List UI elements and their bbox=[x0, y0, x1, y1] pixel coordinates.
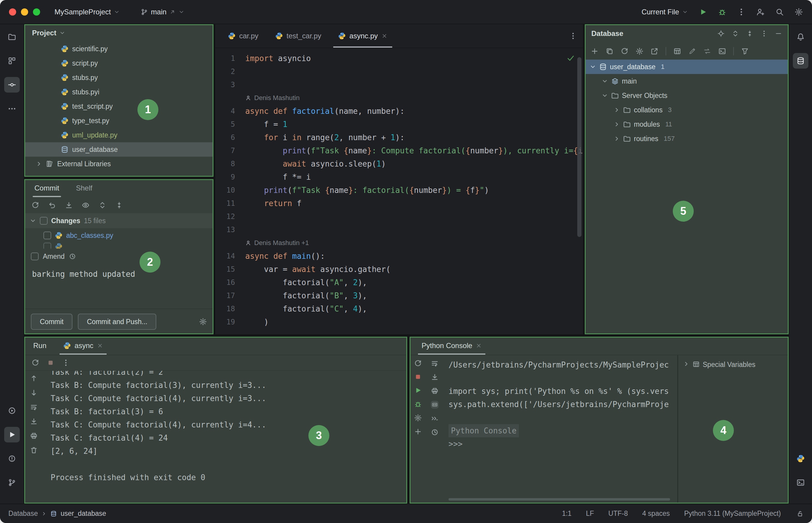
code-line[interactable]: 10 print(f"Task {name}: factorial({numbe… bbox=[215, 184, 583, 197]
run-configuration-selector[interactable]: Current File bbox=[642, 8, 688, 16]
editor-scrollbar[interactable] bbox=[577, 57, 582, 237]
db-node-server-objects[interactable]: Server Objects bbox=[585, 88, 789, 103]
project-item-stubs-py[interactable]: stubs.py bbox=[24, 70, 214, 85]
db-node-collations[interactable]: collations3 bbox=[585, 103, 789, 117]
database-tool-button[interactable] bbox=[793, 53, 808, 69]
filter-icon[interactable] bbox=[741, 47, 749, 55]
services-tool-button[interactable] bbox=[4, 403, 20, 418]
minimize-window-button[interactable] bbox=[21, 8, 28, 16]
history-icon[interactable] bbox=[431, 428, 439, 436]
db-node-modules[interactable]: modules11 bbox=[585, 117, 789, 131]
project-item-test_script-py[interactable]: test_script.py bbox=[24, 99, 214, 113]
hide-panel-icon[interactable] bbox=[775, 30, 782, 37]
code-editor[interactable]: 1import asyncio23Denis Mashutin4async de… bbox=[215, 48, 583, 334]
code-line[interactable]: 16 factorial("A", 2), bbox=[215, 276, 583, 289]
project-item-uml_update-py[interactable]: uml_update.py bbox=[24, 128, 214, 142]
commit-button[interactable]: Commit bbox=[31, 313, 72, 330]
code-line[interactable]: 19 ) bbox=[215, 315, 583, 329]
collapse-all-icon[interactable] bbox=[746, 30, 753, 37]
shelve-icon[interactable] bbox=[65, 201, 73, 209]
project-item-stubs-pyi[interactable]: stubs.pyi bbox=[24, 85, 214, 99]
commit-and-push-button[interactable]: Commit and Push... bbox=[78, 313, 156, 330]
edit-icon[interactable] bbox=[688, 47, 696, 55]
code-line[interactable]: 4async def factorial(name, number): bbox=[215, 105, 583, 118]
scroll-to-end-icon[interactable] bbox=[431, 373, 439, 381]
attach-debugger-icon[interactable] bbox=[414, 400, 422, 408]
next-occurrence-icon[interactable] bbox=[30, 389, 38, 397]
code-line[interactable]: 6 for i in range(2, number + 1): bbox=[215, 131, 583, 144]
tab-commit[interactable]: Commit bbox=[33, 179, 61, 197]
run-tool-button[interactable] bbox=[4, 427, 20, 443]
code-line[interactable]: 11 return f bbox=[215, 197, 583, 210]
editor-tab-options-icon[interactable] bbox=[569, 32, 577, 40]
structure-tool-button[interactable] bbox=[4, 53, 20, 69]
python-packages-tool-button[interactable] bbox=[793, 451, 808, 466]
status-item[interactable]: LF bbox=[586, 509, 594, 518]
changes-checkbox[interactable] bbox=[40, 217, 48, 225]
run-output[interactable]: Task A: factorial(2) = 2Task B: Compute … bbox=[43, 371, 407, 504]
prev-occurrence-icon[interactable] bbox=[30, 375, 38, 382]
rerun-icon[interactable] bbox=[32, 359, 39, 367]
scroll-to-end-icon[interactable] bbox=[30, 418, 38, 425]
code-line[interactable]: 14async def main(): bbox=[215, 250, 583, 263]
debug-button[interactable] bbox=[718, 8, 726, 16]
duplicate-icon[interactable] bbox=[606, 47, 613, 55]
status-item[interactable]: Python 3.11 (MySampleProject) bbox=[684, 509, 781, 518]
changes-group-row[interactable]: Changes 15 files bbox=[24, 213, 214, 228]
breadcrumb-database[interactable]: Database bbox=[8, 509, 38, 518]
code-line[interactable]: 7 print(f"Task {name}: Compute factorial… bbox=[215, 144, 583, 157]
more-actions-icon[interactable] bbox=[737, 8, 745, 16]
db-node-user_database[interactable]: user_database1 bbox=[585, 60, 789, 74]
breadcrumb-user-database[interactable]: user_database bbox=[60, 509, 106, 518]
data-source-settings-icon[interactable] bbox=[635, 47, 643, 55]
commit-message-input[interactable]: barking method updated bbox=[24, 264, 214, 308]
console-prompt[interactable]: >>> bbox=[448, 437, 677, 451]
code-line[interactable]: 17 factorial("B", 3), bbox=[215, 289, 583, 302]
more-options-icon[interactable] bbox=[62, 359, 70, 367]
query-console-icon[interactable] bbox=[718, 47, 726, 55]
terminal-tool-button[interactable] bbox=[793, 475, 808, 490]
submit-changes-icon[interactable] bbox=[703, 47, 711, 55]
amend-row[interactable]: Amend bbox=[24, 249, 214, 264]
commit-tool-button[interactable] bbox=[4, 77, 20, 93]
tab-shelf[interactable]: Shelf bbox=[74, 179, 94, 197]
console-output[interactable]: /Users/jetbrains/PycharmProjects/MySampl… bbox=[443, 355, 677, 504]
editor-tab-async-py[interactable]: async.py bbox=[330, 24, 396, 48]
status-item[interactable]: 4 spaces bbox=[642, 509, 670, 518]
soft-wrap-icon[interactable] bbox=[30, 403, 38, 411]
preview-diff-icon[interactable] bbox=[82, 201, 90, 209]
rollback-icon[interactable] bbox=[48, 201, 56, 209]
code-line[interactable]: 9 f *= i bbox=[215, 170, 583, 184]
more-tool-windows-button[interactable] bbox=[4, 101, 20, 116]
project-item-user_database[interactable]: user_database bbox=[24, 142, 214, 157]
code-line[interactable]: 1import asyncio bbox=[215, 52, 583, 65]
clear-output-icon[interactable] bbox=[30, 446, 38, 454]
code-line[interactable]: 2 bbox=[215, 65, 583, 78]
project-tool-button[interactable] bbox=[4, 29, 20, 44]
code-line[interactable]: 8 await asyncio.sleep(1) bbox=[215, 157, 583, 170]
close-tab-icon[interactable] bbox=[97, 343, 103, 349]
stop-icon[interactable] bbox=[47, 359, 54, 366]
commit-file-row[interactable]: abc_classes.py bbox=[24, 228, 214, 242]
run-tab-async[interactable]: async bbox=[60, 337, 107, 355]
options-kebab-icon[interactable] bbox=[760, 30, 768, 37]
show-prompt-icon[interactable] bbox=[431, 415, 439, 422]
console-settings-icon[interactable] bbox=[414, 414, 422, 422]
new-item-icon[interactable] bbox=[591, 47, 598, 55]
print-icon[interactable] bbox=[30, 432, 38, 440]
commit-options-gear-icon[interactable] bbox=[199, 318, 207, 326]
code-line[interactable]: 15 var = await asyncio.gather( bbox=[215, 263, 583, 276]
project-item-scientific-py[interactable]: scientific.py bbox=[24, 42, 214, 56]
inspection-ok-icon[interactable] bbox=[566, 54, 575, 62]
rerun-console-icon[interactable] bbox=[414, 359, 422, 367]
new-console-icon[interactable] bbox=[414, 428, 422, 435]
code-line[interactable]: 3 bbox=[215, 78, 583, 91]
search-everywhere-icon[interactable] bbox=[775, 8, 784, 16]
branch-switcher[interactable]: main bbox=[141, 8, 184, 16]
refresh-icon[interactable] bbox=[621, 47, 628, 55]
code-line[interactable]: 13 bbox=[215, 223, 583, 236]
soft-wrap-icon[interactable] bbox=[431, 359, 439, 367]
jump-to-ddl-icon[interactable] bbox=[651, 47, 659, 55]
execute-icon[interactable] bbox=[414, 386, 422, 394]
stop-console-icon[interactable] bbox=[414, 373, 422, 380]
